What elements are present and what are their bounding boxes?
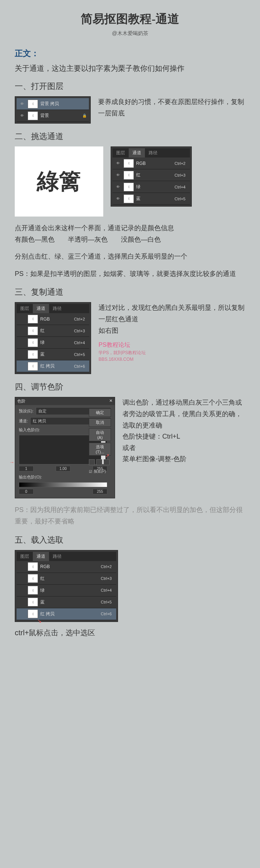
output-gradient [19, 482, 107, 487]
preview-checkbox[interactable]: ☑ [89, 470, 92, 474]
channel-row[interactable]: 👁⟨红Ctrl+3 [112, 169, 190, 181]
channel-shortcut: Ctrl+3 [174, 173, 188, 177]
visibility-icon[interactable] [19, 317, 25, 322]
intro-text: 关于通道，这边主要以扣字素为栗子教你们如何操作 [15, 63, 245, 73]
channel-row[interactable]: 👁⟨RGBCtrl+2 [112, 158, 190, 169]
page-title: 简易抠图教程-通道 [15, 11, 245, 27]
eyedropper-black-icon[interactable] [89, 459, 95, 465]
ok-button[interactable]: 确定 [89, 408, 111, 417]
visibility-icon[interactable]: 👁 [19, 113, 25, 118]
channel-thumbnail: ⟨ [28, 562, 38, 571]
preset-label: 预设(E): [19, 408, 34, 414]
channel-row[interactable]: ⟨蓝Ctrl+5 [17, 349, 89, 360]
output-white[interactable]: 255 [93, 489, 107, 494]
channels-panel: 图层 通道 路径 👁⟨RGBCtrl+2👁⟨红Ctrl+3👁⟨绿Ctrl+4👁⟨… [111, 146, 192, 207]
visibility-icon[interactable]: 👁 [115, 173, 121, 178]
layer-name: 背景 拷贝 [40, 101, 87, 107]
step5-title: 五、载入选取 [15, 535, 245, 546]
input-gamma[interactable]: 1.00 [56, 466, 70, 471]
tab-channels[interactable]: 通道 [33, 552, 49, 561]
channel-row[interactable]: 👁⟨蓝Ctrl+5 [112, 193, 190, 205]
channel-name: RGB [136, 161, 174, 166]
channel-shortcut: Ctrl+5 [74, 352, 87, 357]
step2-desc2: 有颜色—黑色 半透明—灰色 没颜色—白色 [15, 234, 245, 245]
arrow-icon: → [9, 459, 14, 465]
step1-title: 一、打开图层 [15, 81, 245, 92]
channel-shortcut: Ctrl+3 [101, 576, 114, 581]
step2-desc4: PS：如果是扣半透明的图层，如烟雾、玻璃等，就要选择灰度比较多的通道 [15, 268, 245, 280]
lock-icon: 🔒 [82, 114, 87, 118]
tab-paths[interactable]: 路径 [145, 148, 161, 158]
channel-shortcut: Ctrl+2 [74, 317, 87, 321]
channel-name: 绿 [136, 184, 174, 190]
tab-layers[interactable]: 图层 [17, 304, 33, 313]
visibility-icon[interactable] [19, 352, 25, 357]
channel-row[interactable]: ⟨RGBCtrl+2 [17, 313, 89, 325]
tab-channels[interactable]: 通道 [129, 148, 145, 158]
visibility-icon[interactable] [19, 564, 25, 569]
channel-name: 红 拷贝 [40, 363, 74, 369]
eyedropper-gray-icon[interactable] [96, 459, 102, 465]
channels-panel: 图层 通道 路径 ⟨RGBCtrl+2⟨红Ctrl+3⟨绿Ctrl+4⟨蓝Ctr… [15, 302, 91, 374]
visibility-icon[interactable]: 👁 [19, 101, 25, 107]
layer-row[interactable]: 👁 ⟨ 背景 🔒 [17, 110, 89, 122]
channel-row[interactable]: ⟨蓝Ctrl+5 [17, 596, 116, 608]
arrow-icon: ↘ [37, 618, 42, 624]
channel-row[interactable]: ⟨绿Ctrl+4 [17, 585, 116, 596]
channel-shortcut: Ctrl+5 [174, 197, 188, 201]
channel-name: 绿 [40, 339, 74, 346]
channel-row[interactable]: ⟨红 拷贝Ctrl+6 [17, 360, 89, 372]
channel-name: 红 [136, 172, 174, 178]
dialog-title: 色阶 [17, 398, 25, 404]
visibility-icon[interactable] [19, 588, 25, 593]
tab-paths[interactable]: 路径 [49, 304, 65, 313]
channel-shortcut: Ctrl+3 [74, 329, 87, 333]
channel-name: 红 [40, 328, 74, 334]
output-black[interactable]: 0 [19, 489, 34, 494]
visibility-icon[interactable] [19, 611, 25, 616]
channel-row[interactable]: ⟨红Ctrl+3 [17, 325, 89, 337]
visibility-icon[interactable]: 👁 [115, 196, 121, 201]
channel-row[interactable]: ⟨RGBCtrl+2 [17, 561, 116, 573]
tab-channels[interactable]: 通道 [33, 304, 49, 313]
channel-thumbnail: ⟨ [28, 362, 38, 371]
channel-row[interactable]: ⟨绿Ctrl+4 [17, 337, 89, 349]
output-label: 输出色阶(O): [19, 474, 42, 480]
step4-title: 四、调节色阶 [15, 381, 245, 392]
tab-layers[interactable]: 图层 [17, 552, 33, 561]
watermark: PS教程论坛 学PS，就到PS教程论坛 BBS.16XX8.COM [98, 340, 245, 363]
visibility-icon[interactable] [19, 328, 25, 333]
channel-row[interactable]: 👁⟨绿Ctrl+4 [112, 181, 190, 193]
tab-layers[interactable]: 图层 [112, 148, 129, 158]
channel-thumbnail: ⟨ [124, 183, 134, 191]
channel-row[interactable]: ⟨红Ctrl+3 [17, 573, 116, 585]
close-icon[interactable]: ✕ [109, 398, 112, 404]
channel-thumbnail: ⟨ [28, 574, 38, 583]
channel-shortcut: Ctrl+4 [174, 185, 188, 189]
channel-name: 红 拷贝 [40, 611, 101, 617]
cancel-button[interactable]: 取消 [89, 418, 111, 427]
layer-row[interactable]: 👁 ⟨ 背景 拷贝 [17, 98, 89, 110]
levels-dialog: 色阶 ✕ 预设(E): 自定 通道: 红 拷贝 输入色阶(I): 1 1.00 … [15, 397, 115, 498]
visibility-icon[interactable] [19, 599, 25, 605]
channels-panel: 图层 通道 路径 ⟨RGBCtrl+2⟨红Ctrl+3⟨绿Ctrl+4⟨蓝Ctr… [15, 550, 118, 622]
channel-shortcut: Ctrl+4 [101, 588, 114, 592]
author: @木木爱喝奶茶 [15, 30, 245, 37]
visibility-icon[interactable] [19, 364, 25, 369]
input-black[interactable]: 1 [19, 466, 34, 471]
visibility-icon[interactable]: 👁 [115, 161, 121, 166]
visibility-icon[interactable]: 👁 [115, 184, 121, 190]
auto-button[interactable]: 自动(A) [89, 428, 111, 441]
channel-shortcut: Ctrl+6 [74, 364, 87, 369]
visibility-icon[interactable] [19, 340, 25, 345]
channel-thumbnail: ⟨ [124, 159, 134, 168]
layer-thumbnail: ⟨ [28, 100, 38, 108]
channel-row[interactable]: ⟨红 拷贝Ctrl+6 [17, 608, 116, 620]
channel-name: RGB [40, 564, 101, 569]
visibility-icon[interactable] [19, 576, 25, 581]
tab-paths[interactable]: 路径 [49, 552, 65, 561]
section-label: 正文： [15, 48, 245, 59]
step4-tip: PS：因为我用的字素前期已经调整过了，所以看不出明显的加色，但这部分很重要，最好… [15, 504, 245, 527]
channel-name: 蓝 [40, 599, 101, 605]
eyedropper-white-icon[interactable] [104, 459, 110, 465]
